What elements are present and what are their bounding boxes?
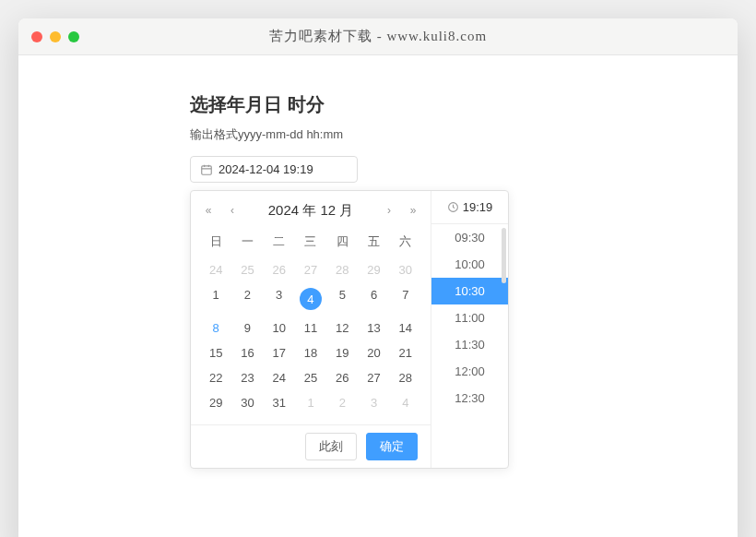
time-list[interactable]: 09:3010:0010:3011:0011:3012:0012:30 <box>431 224 508 468</box>
day-cell[interactable]: 30 <box>390 257 421 282</box>
prev-month-button[interactable]: ‹ <box>222 200 242 221</box>
svg-rect-0 <box>202 165 212 173</box>
next-month-button[interactable]: › <box>379 200 399 221</box>
days-grid: 2425262728293012345678910111213141516171… <box>191 254 431 425</box>
day-cell[interactable]: 12 <box>326 316 358 340</box>
day-cell[interactable]: 9 <box>231 316 263 340</box>
browser-window: 苦力吧素材下载 - www.kuli8.com 选择年月日 时分 输出格式yyy… <box>18 18 738 537</box>
day-cell[interactable]: 4 <box>390 390 421 415</box>
clock-icon <box>447 201 459 213</box>
day-cell[interactable]: 13 <box>358 316 389 340</box>
prev-year-button[interactable]: « <box>198 200 219 221</box>
day-cell[interactable]: 7 <box>390 282 421 316</box>
calendar-icon <box>200 163 213 176</box>
day-cell[interactable]: 17 <box>264 340 295 365</box>
now-button[interactable]: 此刻 <box>305 433 357 460</box>
day-cell[interactable]: 25 <box>295 365 326 390</box>
picker-footer: 此刻 确定 <box>191 425 431 468</box>
day-cell[interactable]: 3 <box>264 282 295 316</box>
day-cell[interactable]: 19 <box>326 340 358 365</box>
next-year-button[interactable]: » <box>403 200 423 221</box>
datetime-input-wrap[interactable] <box>190 156 358 183</box>
weekday-label: 三 <box>295 230 326 254</box>
day-cell[interactable]: 3 <box>358 390 389 415</box>
date-title[interactable]: 2024 年 12 月 <box>246 202 375 220</box>
time-panel: 19:19 09:3010:0010:3011:0011:3012:0012:3… <box>431 191 508 468</box>
time-scrollbar[interactable] <box>502 228 506 283</box>
time-option[interactable]: 11:00 <box>431 304 508 331</box>
day-cell[interactable]: 10 <box>264 316 295 340</box>
day-cell[interactable]: 24 <box>200 257 231 282</box>
day-cell[interactable]: 28 <box>390 365 421 390</box>
time-option[interactable]: 11:30 <box>431 331 508 358</box>
day-cell[interactable]: 26 <box>264 257 295 282</box>
day-cell[interactable]: 4 <box>295 282 326 316</box>
time-option[interactable]: 10:30 <box>431 278 508 304</box>
day-cell[interactable]: 22 <box>200 365 231 390</box>
date-header: « ‹ 2024 年 12 月 › » <box>191 191 431 230</box>
day-cell[interactable]: 29 <box>200 390 231 415</box>
weekday-label: 日 <box>200 230 231 254</box>
day-cell[interactable]: 23 <box>231 365 263 390</box>
confirm-button[interactable]: 确定 <box>366 433 418 460</box>
time-option[interactable]: 10:00 <box>431 251 508 278</box>
day-cell[interactable]: 29 <box>358 257 389 282</box>
weekday-label: 五 <box>358 230 389 254</box>
content: 选择年月日 时分 输出格式yyyy-mm-dd hh:mm « ‹ 2024 年… <box>18 55 738 506</box>
weekday-label: 二 <box>264 230 295 254</box>
day-cell[interactable]: 27 <box>358 365 389 390</box>
time-option[interactable]: 12:30 <box>431 385 508 412</box>
day-cell[interactable]: 11 <box>295 316 326 340</box>
datetime-input[interactable] <box>219 162 348 176</box>
day-cell[interactable]: 2 <box>231 282 263 316</box>
window-title: 苦力吧素材下载 - www.kuli8.com <box>18 28 738 45</box>
day-cell[interactable]: 25 <box>231 257 263 282</box>
day-cell[interactable]: 15 <box>200 340 231 365</box>
day-cell[interactable]: 2 <box>326 390 358 415</box>
day-cell[interactable]: 1 <box>200 282 231 316</box>
weekday-label: 六 <box>390 230 421 254</box>
day-cell[interactable]: 24 <box>264 365 295 390</box>
weekday-row: 日一二三四五六 <box>191 230 431 254</box>
day-cell[interactable]: 8 <box>200 316 231 340</box>
day-cell[interactable]: 28 <box>326 257 358 282</box>
day-cell[interactable]: 18 <box>295 340 326 365</box>
page-heading: 选择年月日 时分 <box>190 92 566 117</box>
time-option[interactable]: 12:00 <box>431 358 508 385</box>
day-cell[interactable]: 5 <box>326 282 358 316</box>
titlebar: 苦力吧素材下载 - www.kuli8.com <box>18 18 738 55</box>
day-cell[interactable]: 31 <box>264 390 295 415</box>
day-cell[interactable]: 27 <box>295 257 326 282</box>
date-panel: « ‹ 2024 年 12 月 › » 日一二三四五六 242526272829… <box>191 191 431 468</box>
day-cell[interactable]: 6 <box>358 282 389 316</box>
weekday-label: 一 <box>231 230 263 254</box>
page-subtitle: 输出格式yyyy-mm-dd hh:mm <box>190 126 566 143</box>
day-cell[interactable]: 21 <box>390 340 421 365</box>
weekday-label: 四 <box>326 230 358 254</box>
time-option[interactable]: 09:30 <box>431 224 508 251</box>
day-cell[interactable]: 1 <box>295 390 326 415</box>
datetime-picker: « ‹ 2024 年 12 月 › » 日一二三四五六 242526272829… <box>190 190 509 469</box>
day-cell[interactable]: 30 <box>231 390 263 415</box>
day-cell[interactable]: 20 <box>358 340 389 365</box>
current-time-label: 19:19 <box>463 200 493 214</box>
day-cell[interactable]: 26 <box>326 365 358 390</box>
time-header[interactable]: 19:19 <box>431 191 508 224</box>
day-cell[interactable]: 16 <box>231 340 263 365</box>
day-cell[interactable]: 14 <box>390 316 421 340</box>
